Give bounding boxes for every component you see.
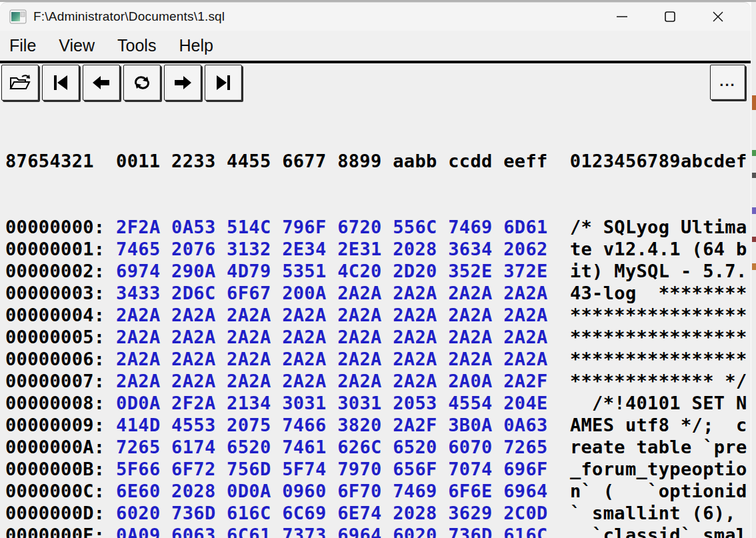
hex-bytes: 6020 736D 616C 6C69 6E74 2028 3629 2C0D bbox=[116, 503, 548, 523]
hex-offset: 00000001: bbox=[5, 239, 116, 259]
minimize-button[interactable] bbox=[607, 3, 637, 31]
hex-bytes: 0D0A 2F2A 2134 3031 3031 2053 4554 204E bbox=[116, 393, 548, 413]
go-first-button[interactable] bbox=[42, 65, 79, 101]
more-button[interactable]: ... bbox=[710, 65, 745, 100]
hex-ascii: ************* */ bbox=[548, 371, 747, 391]
hex-ascii: `classid` smal bbox=[548, 525, 747, 538]
hex-row: 00000003: 3433 2D6C 6F67 200A 2A2A 2A2A … bbox=[5, 282, 751, 304]
menu-file[interactable]: File bbox=[9, 36, 36, 55]
window-controls bbox=[607, 3, 751, 31]
hex-bytes: 3433 2D6C 6F67 200A 2A2A 2A2A 2A2A 2A2A bbox=[116, 283, 548, 303]
go-previous-button[interactable] bbox=[83, 65, 120, 101]
hex-ascii: n` ( `optionid bbox=[548, 481, 747, 501]
close-button[interactable] bbox=[703, 3, 733, 31]
hex-offset: 00000003: bbox=[5, 283, 116, 303]
hex-ascii: te v12.4.1 (64 b bbox=[548, 239, 747, 259]
background-artifact bbox=[752, 173, 756, 178]
hex-row: 00000008: 0D0A 2F2A 2134 3031 3031 2053 … bbox=[5, 392, 751, 414]
toolbar: ... bbox=[0, 63, 751, 104]
hex-offset: 00000002: bbox=[5, 261, 116, 281]
arrow-left-icon bbox=[91, 74, 111, 91]
hex-ascii: reate table `pre bbox=[548, 437, 747, 457]
hex-offset: 00000000: bbox=[5, 217, 116, 237]
open-folder-icon bbox=[9, 73, 31, 93]
hex-ascii: AMES utf8 */; c bbox=[548, 415, 747, 435]
hex-ascii: ` smallint (6), bbox=[548, 503, 747, 523]
hex-bytes: 2A2A 2A2A 2A2A 2A2A 2A2A 2A2A 2A2A 2A2A bbox=[116, 305, 548, 325]
hex-bytes: 2A2A 2A2A 2A2A 2A2A 2A2A 2A2A 2A0A 2A2F bbox=[116, 371, 548, 391]
menu-tools[interactable]: Tools bbox=[117, 36, 156, 55]
hex-row: 00000000: 2F2A 0A53 514C 796F 6720 556C … bbox=[5, 216, 751, 238]
window-title: F:\Administrator\Documents\1.sql bbox=[33, 9, 225, 24]
close-icon bbox=[711, 10, 725, 23]
open-file-button[interactable] bbox=[1, 65, 39, 101]
hex-offset: 0000000D: bbox=[5, 503, 116, 523]
hex-ascii: 43-log ******** bbox=[548, 283, 747, 303]
hex-row: 0000000E: 0A09 6063 6C61 7373 6964 6020 … bbox=[5, 524, 751, 538]
app-window: F:\Administrator\Documents\1.sql File Vi… bbox=[0, 2, 751, 538]
hex-ascii: **************** bbox=[548, 305, 747, 325]
hex-view[interactable]: 87654321 0011 2233 4455 6677 8899 aabb c… bbox=[0, 104, 751, 538]
hex-row: 0000000A: 7265 6174 6520 7461 626C 6520 … bbox=[5, 436, 751, 458]
skip-first-icon bbox=[51, 74, 70, 91]
background-artifact bbox=[752, 95, 756, 110]
hex-ascii: /*!40101 SET N bbox=[548, 393, 747, 413]
hex-bytes: 2F2A 0A53 514C 796F 6720 556C 7469 6D61 bbox=[116, 217, 548, 237]
hex-offset: 00000007: bbox=[5, 371, 116, 391]
menu-help[interactable]: Help bbox=[179, 36, 213, 55]
hex-row: 00000009: 414D 4553 2075 7466 3820 2A2F … bbox=[5, 414, 751, 436]
hex-offset: 00000005: bbox=[5, 327, 116, 347]
hex-row: 00000007: 2A2A 2A2A 2A2A 2A2A 2A2A 2A2A … bbox=[5, 370, 751, 392]
hex-ascii: **************** bbox=[548, 327, 747, 347]
hex-bytes: 6974 290A 4D79 5351 4C20 2D20 352E 372E bbox=[116, 261, 548, 281]
hex-offset: 00000006: bbox=[5, 349, 116, 369]
go-next-button[interactable] bbox=[164, 65, 201, 101]
background-artifact bbox=[752, 263, 756, 270]
hex-row: 0000000B: 5F66 6F72 756D 5F74 7970 656F … bbox=[5, 458, 751, 480]
hex-header: 87654321 0011 2233 4455 6677 8899 aabb c… bbox=[5, 150, 751, 172]
hex-bytes: 6E60 2028 0D0A 0960 6F70 7469 6F6E 6964 bbox=[116, 481, 548, 501]
hex-bytes: 7265 6174 6520 7461 626C 6520 6070 7265 bbox=[116, 437, 548, 457]
arrow-right-icon bbox=[173, 74, 193, 91]
go-last-button[interactable] bbox=[205, 65, 242, 101]
hex-offset: 0000000E: bbox=[5, 525, 116, 538]
refresh-icon bbox=[131, 73, 153, 92]
hex-row: 00000005: 2A2A 2A2A 2A2A 2A2A 2A2A 2A2A … bbox=[5, 326, 751, 348]
hex-ascii: it) MySQL - 5.7. bbox=[548, 261, 747, 281]
hex-row: 0000000D: 6020 736D 616C 6C69 6E74 2028 … bbox=[5, 502, 751, 524]
skip-last-icon bbox=[214, 74, 233, 91]
hex-bytes: 5F66 6F72 756D 5F74 7970 656F 7074 696F bbox=[116, 459, 548, 479]
background-window-strip bbox=[751, 2, 756, 538]
hex-ascii: _forum_typeoptio bbox=[548, 459, 747, 479]
background-artifact bbox=[752, 150, 756, 156]
hex-bytes: 2A2A 2A2A 2A2A 2A2A 2A2A 2A2A 2A2A 2A2A bbox=[116, 327, 548, 347]
hex-offset: 00000004: bbox=[5, 305, 116, 325]
menubar: File View Tools Help bbox=[0, 31, 751, 61]
hex-bytes: 0A09 6063 6C61 7373 6964 6020 736D 616C bbox=[116, 525, 548, 538]
hex-row: 0000000C: 6E60 2028 0D0A 0960 6F70 7469 … bbox=[5, 480, 751, 502]
hex-offset: 00000009: bbox=[5, 415, 116, 435]
menu-view[interactable]: View bbox=[59, 36, 95, 55]
refresh-button[interactable] bbox=[123, 65, 161, 101]
hex-offset: 0000000C: bbox=[5, 481, 116, 501]
hex-bytes: 2A2A 2A2A 2A2A 2A2A 2A2A 2A2A 2A2A 2A2A bbox=[116, 349, 548, 369]
background-artifact bbox=[752, 207, 756, 214]
hex-row: 00000002: 6974 290A 4D79 5351 4C20 2D20 … bbox=[5, 260, 751, 282]
background-artifact bbox=[752, 237, 756, 242]
hex-ascii: **************** bbox=[548, 349, 747, 369]
maximize-button[interactable] bbox=[655, 3, 685, 31]
hex-row: 00000004: 2A2A 2A2A 2A2A 2A2A 2A2A 2A2A … bbox=[5, 304, 751, 326]
minimize-icon bbox=[615, 10, 629, 23]
hex-offset: 0000000A: bbox=[5, 437, 116, 457]
hex-row: 00000001: 7465 2076 3132 2E34 2E31 2028 … bbox=[5, 238, 751, 260]
hex-bytes: 7465 2076 3132 2E34 2E31 2028 3634 2062 bbox=[116, 239, 548, 259]
hex-ascii: /* SQLyog Ultima bbox=[548, 217, 747, 237]
app-icon bbox=[9, 9, 27, 25]
hex-bytes: 414D 4553 2075 7466 3820 2A2F 3B0A 0A63 bbox=[116, 415, 548, 435]
hex-row: 00000006: 2A2A 2A2A 2A2A 2A2A 2A2A 2A2A … bbox=[5, 348, 751, 370]
titlebar[interactable]: F:\Administrator\Documents\1.sql bbox=[0, 3, 751, 31]
maximize-icon bbox=[663, 10, 677, 23]
hex-rows: 00000000: 2F2A 0A53 514C 796F 6720 556C … bbox=[5, 216, 751, 538]
hex-offset: 0000000B: bbox=[5, 459, 116, 479]
hex-offset: 00000008: bbox=[5, 393, 116, 413]
